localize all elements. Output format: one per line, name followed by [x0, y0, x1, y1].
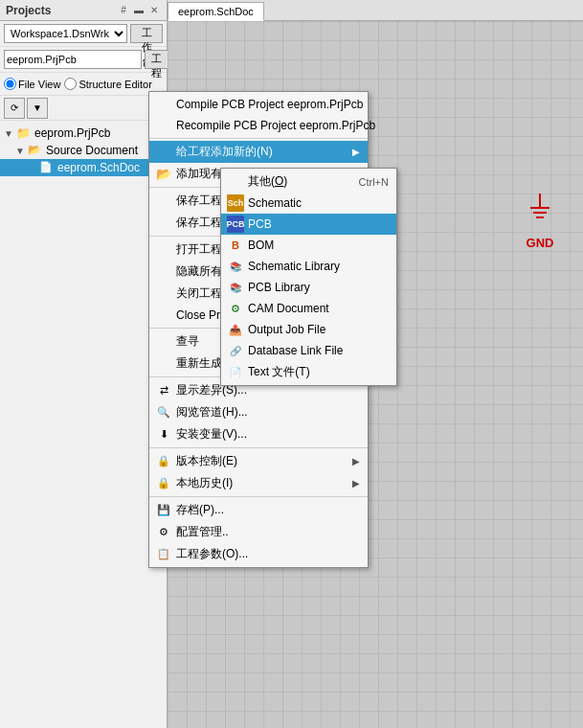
- submenu-pcb[interactable]: PCB PCB: [221, 214, 396, 235]
- lock-icon: 🔒: [155, 453, 172, 470]
- tab-eeprom-schdoc[interactable]: eeprom.SchDoc: [168, 2, 264, 21]
- pin-icon[interactable]: #: [117, 4, 130, 17]
- install-icon: ⬇: [155, 426, 172, 444]
- float-icon[interactable]: ▬: [132, 4, 146, 17]
- sep-6: [149, 447, 368, 448]
- add-new-label: 给工程添加新的(N): [176, 144, 273, 160]
- tree-item-source[interactable]: ▼ 📂 Source Document: [0, 142, 167, 159]
- config-mgr-label: 配置管理..: [176, 524, 229, 540]
- submenu-db-link[interactable]: 🔗 Database Link File: [221, 340, 396, 361]
- config-button[interactable]: ▼: [27, 98, 48, 119]
- tree-item-project[interactable]: ▼ 📁 eeprom.PrjPcb: [0, 125, 167, 142]
- save-label: 保存工程: [176, 193, 222, 209]
- expand-icon-source: ▼: [15, 146, 25, 156]
- panel-title: Projects: [6, 4, 51, 17]
- cam-icon: ⚙: [227, 300, 244, 317]
- db-icon: 🔗: [227, 342, 244, 359]
- sep-1: [149, 138, 368, 139]
- sync-button[interactable]: ⟳: [4, 98, 25, 119]
- sch-lib-icon: 📚: [227, 258, 244, 275]
- view-row: File View Structure Editor: [0, 73, 167, 96]
- config-icon: ⚙: [155, 524, 172, 541]
- version-ctrl-label: 版本控制(E): [176, 453, 237, 469]
- submenu-cam[interactable]: ⚙ CAM Document: [221, 298, 396, 319]
- install-var-label: 安装变量(V)...: [176, 426, 247, 443]
- db-link-label: Database Link File: [248, 344, 343, 357]
- sch-lib-label: Schematic Library: [248, 260, 340, 273]
- pcb-icon: PCB: [227, 216, 244, 233]
- workspace-button[interactable]: 工作台: [130, 24, 163, 43]
- add-new-arrow: ▶: [352, 147, 360, 157]
- text-label: Text 文件(T): [248, 364, 310, 380]
- pcb-lib-label: PCB Library: [248, 281, 310, 294]
- output-job-label: Output Job File: [248, 323, 325, 336]
- tree-area: ▼ 📁 eeprom.PrjPcb ▼ 📂 Source Document 📄 …: [0, 121, 167, 728]
- other-shortcut: Ctrl+N: [340, 176, 389, 188]
- toolbar-row: ⟳ ▼: [0, 96, 167, 121]
- submenu-schematic[interactable]: Sch Schematic: [221, 193, 396, 214]
- cam-label: CAM Document: [248, 302, 329, 315]
- params-icon: 📋: [155, 546, 172, 563]
- other-label: 其他(O): [248, 173, 287, 190]
- project-input[interactable]: [4, 50, 142, 69]
- archive-icon: 💾: [155, 502, 172, 519]
- pcb-label: PCB: [248, 217, 272, 231]
- submenu-output-job[interactable]: 📤 Output Job File: [221, 319, 396, 340]
- history-arrow: ▶: [352, 478, 360, 489]
- gnd-symbol: GND: [526, 193, 554, 250]
- submenu-sch-lib[interactable]: 📚 Schematic Library: [221, 256, 396, 277]
- browse-icon: 🔍: [155, 404, 172, 421]
- folder-icon: 📂: [155, 166, 172, 183]
- file-view-radio[interactable]: File View: [4, 78, 60, 90]
- tree-source-label: Source Document: [46, 144, 138, 157]
- panel-title-bar: Projects # ▬ ✕: [0, 0, 167, 21]
- menu-recompile[interactable]: Recompile PCB Project eeprom.PrjPcb: [149, 115, 368, 136]
- submenu-pcb-lib[interactable]: 📚 PCB Library: [221, 277, 396, 298]
- gnd-label: GND: [527, 236, 554, 250]
- compile-label: Compile PCB Project eeprom.PrjPcb: [176, 98, 363, 111]
- project-icon: 📁: [16, 126, 32, 140]
- tree-item-schdoc[interactable]: 📄 eeprom.SchDoc: [0, 159, 167, 176]
- diff-icon: ⇄: [155, 382, 172, 399]
- tree-schdoc-label: eeprom.SchDoc: [57, 161, 140, 174]
- lock2-icon: 🔒: [155, 475, 172, 492]
- pcb-lib-icon: 📚: [227, 279, 244, 296]
- menu-archive[interactable]: 💾 存档(P)...: [149, 499, 368, 521]
- expand-icon: ▼: [4, 128, 13, 139]
- submenu-text[interactable]: 📄 Text 文件(T): [221, 361, 396, 383]
- bom-label: BOM: [248, 239, 274, 252]
- workspace-row: Workspace1.DsnWrk 工作台: [0, 21, 167, 47]
- version-arrow: ▶: [352, 456, 360, 466]
- close-icon[interactable]: ✕: [147, 4, 161, 17]
- menu-version-ctrl[interactable]: 🔒 版本控制(E) ▶: [149, 450, 368, 472]
- bom-icon: B: [227, 237, 244, 254]
- submenu-bom[interactable]: B BOM: [221, 235, 396, 256]
- recompile-label: Recompile PCB Project eeprom.PrjPcb: [176, 119, 375, 132]
- find-label: 查寻: [176, 333, 199, 350]
- submenu: 其他(O) Ctrl+N Sch Schematic PCB PCB B BOM…: [220, 168, 397, 386]
- txt-icon: 📄: [227, 364, 244, 381]
- title-bar-icons: # ▬ ✕: [117, 4, 161, 17]
- menu-browse-channel[interactable]: 🔍 阅览管道(H)...: [149, 401, 368, 423]
- structure-editor-radio[interactable]: Structure Editor: [64, 78, 151, 90]
- project-button[interactable]: 工程: [145, 50, 168, 69]
- menu-local-history[interactable]: 🔒 本地历史(I) ▶: [149, 472, 368, 494]
- source-icon: 📂: [28, 144, 43, 157]
- projects-panel: Projects # ▬ ✕ Workspace1.DsnWrk 工作台 工程 …: [0, 0, 168, 728]
- schdoc-icon: 📄: [39, 161, 55, 174]
- menu-proj-params[interactable]: 📋 工程参数(O)...: [149, 543, 368, 565]
- browse-channel-label: 阅览管道(H)...: [176, 404, 248, 421]
- submenu-other[interactable]: 其他(O) Ctrl+N: [221, 171, 396, 193]
- sep-7: [149, 496, 368, 497]
- workspace-dropdown[interactable]: Workspace1.DsnWrk: [4, 24, 127, 43]
- gnd-svg: [526, 193, 554, 232]
- menu-compile[interactable]: Compile PCB Project eeprom.PrjPcb: [149, 94, 368, 115]
- archive-label: 存档(P)...: [176, 502, 224, 518]
- menu-config-mgr[interactable]: ⚙ 配置管理..: [149, 521, 368, 543]
- proj-params-label: 工程参数(O)...: [176, 546, 248, 562]
- schematic-label: Schematic: [248, 196, 302, 210]
- menu-add-new[interactable]: 给工程添加新的(N) ▶: [149, 141, 368, 163]
- project-row: 工程: [0, 47, 167, 73]
- menu-install-var[interactable]: ⬇ 安装变量(V)...: [149, 423, 368, 445]
- tree-project-label: eeprom.PrjPcb: [34, 126, 110, 140]
